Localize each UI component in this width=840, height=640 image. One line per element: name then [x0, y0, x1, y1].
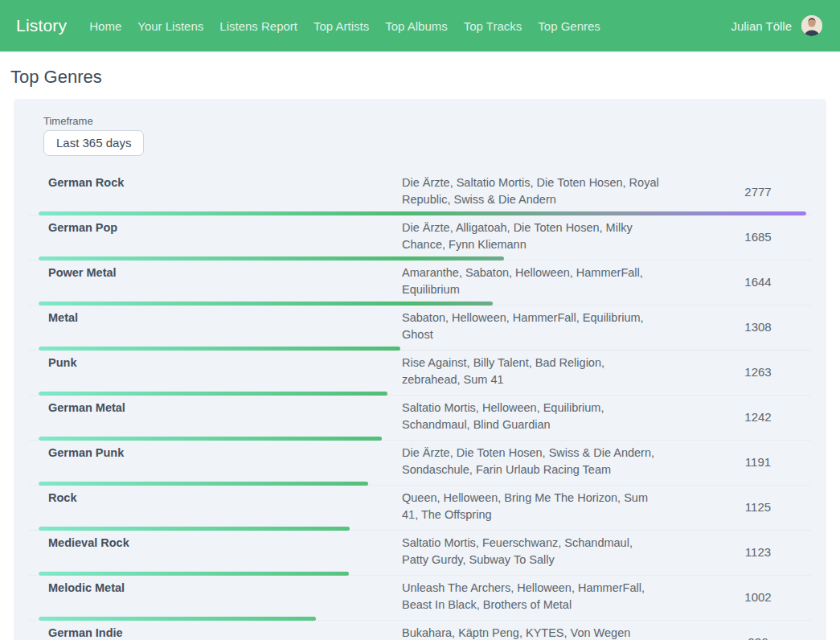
nav-item-top-tracks[interactable]: Top Tracks	[456, 14, 531, 38]
genre-count: 1191	[705, 455, 811, 469]
genre-row: Power Metal Amaranthe, Sabaton, Hellowee…	[29, 261, 811, 306]
genre-row: German Indie Bukahara, Käptn Peng, KYTES…	[29, 621, 811, 640]
genre-row-grid: German Pop Die Ärzte, Alligatoah, Die To…	[29, 219, 811, 253]
genre-name: Power Metal	[48, 265, 402, 281]
top-genres-card: Timeframe Last 365 days German Rock Die …	[14, 99, 826, 640]
genre-name: Rock	[48, 490, 402, 507]
genre-count: 1308	[705, 320, 811, 334]
genre-row: Metal Sabaton, Helloween, HammerFall, Eq…	[29, 306, 811, 351]
genre-row-grid: German Indie Bukahara, Käptn Peng, KYTES…	[29, 625, 811, 640]
nav-item-top-genres[interactable]: Top Genres	[530, 14, 608, 38]
main-nav: Home Your Listens Listens Report Top Art…	[81, 14, 608, 38]
genre-count: 926	[705, 635, 811, 640]
avatar-photo-icon	[801, 15, 822, 36]
genre-list: German Rock Die Ärzte, Saltatio Mortis, …	[29, 170, 811, 640]
genre-name: German Metal	[48, 400, 402, 416]
genre-count: 1002	[705, 590, 811, 604]
genre-row-grid: German Metal Saltatio Mortis, Helloween,…	[29, 400, 811, 433]
genre-row: German Punk Die Ärzte, Die Toten Hosen, …	[29, 441, 811, 486]
genre-row-grid: Punk Rise Against, Billy Talent, Bad Rel…	[29, 355, 811, 388]
genre-count: 1125	[705, 500, 811, 514]
genre-row-grid: Melodic Metal Unleash The Archers, Hello…	[29, 580, 811, 613]
nav-item-top-artists[interactable]: Top Artists	[305, 14, 377, 38]
user-avatar[interactable]	[801, 15, 822, 36]
genre-row: German Rock Die Ärzte, Saltatio Mortis, …	[29, 170, 811, 215]
user-menu[interactable]: Julian Tölle	[731, 15, 822, 36]
genre-artists: Die Ärzte, Alligatoah, Die Toten Hosen, …	[402, 219, 659, 253]
genre-count: 1242	[705, 410, 811, 424]
genre-row: Melodic Metal Unleash The Archers, Hello…	[29, 576, 811, 621]
genre-count: 1263	[705, 365, 811, 379]
genre-row-grid: German Rock Die Ärzte, Saltatio Mortis, …	[29, 174, 811, 208]
genre-count: 1644	[705, 275, 811, 289]
genre-artists: Die Ärzte, Die Toten Hosen, Swiss & Die …	[402, 445, 659, 478]
genre-row-grid: Medieval Rock Saltatio Mortis, Feuerschw…	[29, 535, 811, 568]
page-title: Top Genres	[10, 67, 840, 88]
genre-count: 2777	[705, 185, 811, 199]
nav-item-listens-report[interactable]: Listens Report	[211, 14, 305, 38]
genre-artists: Die Ärzte, Saltatio Mortis, Die Toten Ho…	[402, 174, 659, 208]
page-main: Top Genres Timeframe Last 365 days Germa…	[0, 51, 840, 640]
nav-item-top-albums[interactable]: Top Albums	[377, 14, 456, 38]
genre-row: German Pop Die Ärzte, Alligatoah, Die To…	[29, 215, 811, 261]
genre-name: Metal	[48, 310, 402, 326]
genre-name: German Rock	[48, 174, 402, 191]
genre-row: Rock Queen, Helloween, Bring Me The Hori…	[29, 486, 811, 531]
genre-row-grid: German Punk Die Ärzte, Die Toten Hosen, …	[29, 445, 811, 478]
genre-count: 1123	[705, 545, 811, 559]
genre-artists: Bukahara, Käptn Peng, KYTES, Von Wegen L…	[402, 625, 659, 640]
user-name: Julian Tölle	[731, 19, 792, 33]
genre-row: Medieval Rock Saltatio Mortis, Feuerschw…	[29, 531, 811, 576]
app-header: Listory Home Your Listens Listens Report…	[0, 0, 840, 51]
nav-item-your-listens[interactable]: Your Listens	[129, 14, 211, 38]
timeframe-select[interactable]: Last 365 days	[43, 130, 144, 156]
genre-row-grid: Power Metal Amaranthe, Sabaton, Hellowee…	[29, 265, 811, 298]
genre-row-grid: Rock Queen, Helloween, Bring Me The Hori…	[29, 490, 811, 523]
genre-name: German Pop	[48, 219, 402, 236]
timeframe-label: Timeframe	[43, 115, 811, 127]
genre-name: German Indie	[48, 625, 402, 640]
genre-artists: Saltatio Mortis, Feuerschwanz, Schandmau…	[402, 535, 659, 568]
genre-artists: Saltatio Mortis, Helloween, Equilibrium,…	[402, 400, 659, 433]
genre-name: Punk	[48, 355, 402, 371]
nav-item-home[interactable]: Home	[81, 14, 129, 38]
genre-artists: Unleash The Archers, Helloween, HammerFa…	[402, 580, 659, 613]
genre-name: Medieval Rock	[48, 535, 402, 552]
genre-row: German Metal Saltatio Mortis, Helloween,…	[29, 396, 811, 441]
genre-artists: Amaranthe, Sabaton, Helloween, HammerFal…	[402, 265, 659, 298]
timeframe-group: Timeframe Last 365 days	[43, 115, 811, 156]
genre-row-grid: Metal Sabaton, Helloween, HammerFall, Eq…	[29, 310, 811, 343]
genre-artists: Queen, Helloween, Bring Me The Horizon, …	[402, 490, 659, 523]
brand-logo[interactable]: Listory	[16, 16, 67, 35]
genre-name: Melodic Metal	[48, 580, 402, 597]
genre-row: Punk Rise Against, Billy Talent, Bad Rel…	[29, 351, 811, 396]
genre-name: German Punk	[48, 445, 402, 462]
genre-artists: Rise Against, Billy Talent, Bad Religion…	[402, 355, 659, 388]
genre-count: 1685	[705, 230, 811, 244]
genre-artists: Sabaton, Helloween, HammerFall, Equilibr…	[402, 310, 659, 343]
